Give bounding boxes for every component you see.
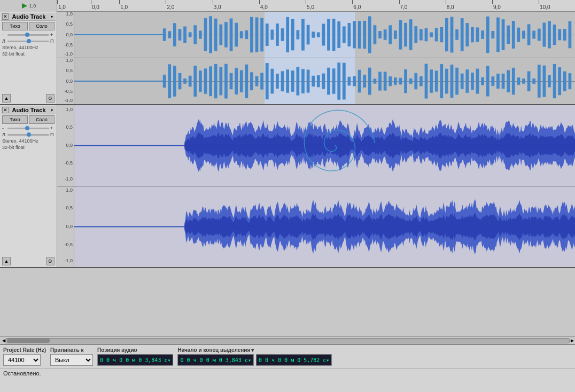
scroll-right-btn[interactable]: ► (570, 338, 574, 343)
track-2-collapse[interactable]: ▲ (2, 257, 11, 265)
track-1-gain-slider[interactable] (7, 34, 49, 36)
track-2-top-yaxis: 1,0 0,5 0,0 -0,5 -1,0 (57, 105, 74, 186)
svg-marker-0 (22, 3, 27, 9)
selection-start-value[interactable]: 0 0 ч 0 0 м 0 3,843 с▾ (177, 354, 253, 366)
track-2-gain-slider[interactable] (7, 128, 49, 129)
y-label-m10-bot: -1,0 (64, 98, 73, 103)
track-2-footer: ▲ ⊙ (1, 256, 56, 266)
track-1-collapse[interactable]: ▲ (2, 94, 11, 103)
track-1-close[interactable]: ✕ (2, 13, 9, 20)
track-2-pan-slider[interactable] (7, 134, 49, 136)
scrollbar-track[interactable] (5, 338, 570, 343)
scrollbar-thumb[interactable] (7, 339, 50, 343)
y-label-m05-top: -0,5 (64, 42, 73, 48)
waveform-canvas-1-top (74, 12, 575, 58)
track-1-solo[interactable]: Соло (29, 22, 55, 30)
track-2: ✕ Audio Track ▾ Тихо Соло - + (0, 105, 575, 268)
track-2-name: Audio Track (9, 107, 49, 113)
bottom-bar: Project Rate (Hz) 44100 Прилипать к Выкл… (0, 344, 575, 392)
selection-label: Начало и конец выделения ▾ (177, 347, 332, 353)
track-2-gain-minus: - (2, 126, 6, 131)
track-2-solo[interactable]: Соло (29, 115, 55, 124)
y2-label-0-5-top: 0,5 (66, 124, 73, 130)
selection-group: Начало и конец выделения ▾ 0 0 ч 0 0 м 0… (177, 347, 332, 366)
track-2-top-channel[interactable] (74, 105, 575, 186)
track-1-pan-slider[interactable] (7, 41, 49, 42)
y-label-0-0-bot: 0,0 (66, 79, 73, 84)
snap-select[interactable]: Выкл (50, 354, 93, 366)
y2-label-m05-bot: -0,5 (64, 242, 73, 247)
track-1-name: Audio Track (9, 13, 49, 20)
y2-label-m05-top: -0,5 (64, 160, 73, 166)
y2-label-m10-bot: -1,0 (64, 258, 73, 263)
y-label-1-0-top: 1,0 (66, 12, 73, 17)
track-1-gain-minus: - (2, 32, 6, 37)
track-1-top-channel[interactable] (74, 12, 575, 58)
track-2-gain-row: - + (1, 125, 56, 131)
track-1-time[interactable]: ⊙ (46, 94, 55, 103)
ruler-marks[interactable]: 1,00,01,02,03,04,05,06,07,08,09,010,0 (57, 0, 575, 11)
status-bar: Остановлено. (0, 369, 575, 378)
y-label-0-5-top: 0,5 (66, 21, 73, 27)
y2-label-1-0-top: 1,0 (66, 107, 73, 112)
timeline-ruler[interactable]: 1,0 1,00,01,02,03,04,05,06,07,08,09,010,… (0, 0, 575, 12)
track-2-waveform-area[interactable]: 1,0 0,5 0,0 -0,5 -1,0 (57, 105, 575, 267)
selection-end-display: 0 0 ч 0 0 м 0 5,782 с▾ (259, 357, 329, 363)
y2-label-0-5-bot: 0,5 (66, 205, 73, 210)
track-1-mute[interactable]: Тихо (2, 22, 28, 30)
track-2-pan-right: П (50, 132, 55, 137)
track-1-header: ✕ Audio Track ▾ (1, 13, 56, 21)
track-2-gain-plus: + (50, 126, 55, 131)
y2-label-m10-top: -1,0 (64, 176, 73, 182)
track-1-gain-row: - + (1, 32, 56, 38)
selection-start-display: 0 0 ч 0 0 м 0 3,843 с▾ (180, 357, 251, 363)
track-2-pan-left: Л (2, 132, 6, 137)
track-2-info: Stereo, 44100Hz 32-bit float (1, 138, 56, 151)
waveform-canvas-2-top (74, 105, 575, 186)
track-2-pan-row: Л П (1, 131, 56, 138)
track-1-pan-row: Л П (1, 38, 56, 44)
track-1-pan-right: П (50, 38, 55, 44)
track-1-dropdown[interactable]: ▾ (49, 14, 55, 19)
scroll-left-btn[interactable]: ◄ (1, 338, 5, 343)
position-label: Позиция аудио (97, 347, 173, 353)
track-2-controls: ✕ Audio Track ▾ Тихо Соло - + (0, 105, 57, 267)
status-text: Остановлено. (3, 370, 41, 377)
selection-dropdown-icon[interactable]: ▾ (251, 347, 254, 353)
track-1-controls: ✕ Audio Track ▾ Тихо Соло - + (0, 12, 57, 104)
track-1-bot-channel[interactable] (74, 58, 575, 105)
y-label-m05-bot: -0,5 (64, 89, 73, 94)
track-2-bot-yaxis: 1,0 0,5 0,0 -0,5 -1,0 (57, 186, 74, 268)
track-1-buttons: Тихо Соло (1, 21, 56, 32)
track-2-header: ✕ Audio Track ▾ (1, 106, 56, 114)
track-2-mute[interactable]: Тихо (2, 115, 28, 124)
track-1-gain-plus: + (50, 32, 55, 37)
horizontal-scrollbar[interactable]: ◄ ► (0, 336, 575, 344)
y2-label-1-0-bot: 1,0 (66, 187, 73, 193)
snap-group: Прилипать к Выкл (50, 347, 93, 366)
track-1-waveform-area[interactable]: 1,0 0,5 0,0 -0,5 -1,0 (57, 12, 575, 104)
project-rate-select[interactable]: 44100 (3, 354, 41, 366)
track-1-info: Stereo, 44100Hz 32-bit float (1, 44, 56, 58)
track-2-dropdown[interactable]: ▾ (49, 107, 55, 113)
y-label-0-5-bot: 0,5 (66, 68, 73, 73)
selection-end-value[interactable]: 0 0 ч 0 0 м 0 5,782 с▾ (256, 354, 332, 366)
y-label-1-0-bot: 1,0 (66, 58, 73, 63)
snap-label: Прилипать к (50, 347, 93, 353)
position-group: Позиция аудио 0 0 ч 0 0 м 0 3,843 с▾ (97, 347, 173, 366)
track-2-buttons: Тихо Соло (1, 114, 56, 125)
track-1-pan-left: Л (2, 38, 6, 44)
tracks-container: ✕ Audio Track ▾ Тихо Соло - + (0, 12, 575, 336)
track-1: ✕ Audio Track ▾ Тихо Соло - + (0, 12, 575, 105)
track-2-bot-channel[interactable] (74, 186, 575, 268)
ruler-value: 1,0 (29, 3, 36, 9)
y2-label-0-0-bot: 0,0 (66, 224, 73, 229)
bottom-controls: Project Rate (Hz) 44100 Прилипать к Выкл… (0, 345, 575, 369)
y-label-0-0-top: 0,0 (66, 32, 73, 37)
waveform-canvas-2-bot (74, 186, 575, 268)
track-2-time[interactable]: ⊙ (46, 257, 55, 265)
position-value[interactable]: 0 0 ч 0 0 м 0 3,843 с▾ (97, 354, 173, 366)
track-2-close[interactable]: ✕ (2, 107, 9, 113)
track-1-footer: ▲ ⊙ (1, 93, 56, 103)
position-display: 0 0 ч 0 0 м 0 3,843 с▾ (100, 357, 170, 363)
